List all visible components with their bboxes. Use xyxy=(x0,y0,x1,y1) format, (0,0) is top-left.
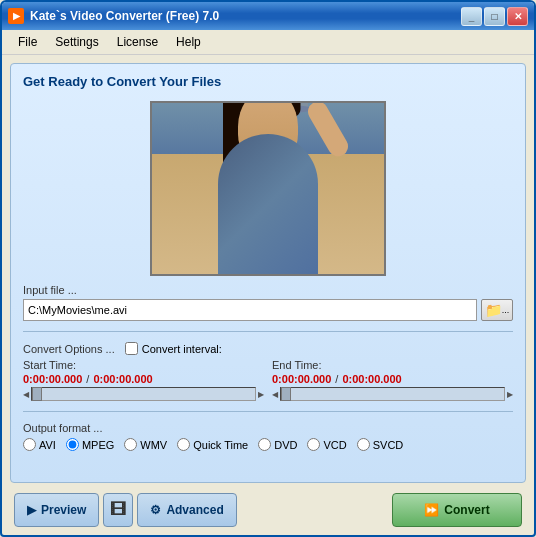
forward-icon: ⏩ xyxy=(424,503,439,517)
time-controls: Start Time: 0:00:00.000 / 0:00:00.000 ◀ … xyxy=(23,359,513,401)
filmstrip-button[interactable]: 🎞 xyxy=(103,493,133,527)
menu-file[interactable]: File xyxy=(10,33,45,51)
format-vcd-text: VCD xyxy=(323,439,346,451)
format-wmv-label[interactable]: WMV xyxy=(124,438,167,451)
start-time-separator: / xyxy=(86,373,89,385)
start-time-label: Start Time: xyxy=(23,359,264,371)
ellipsis: ... xyxy=(502,305,510,315)
main-window: ▶ Kate`s Video Converter (Free) 7.0 _ □ … xyxy=(0,0,536,537)
start-time-slider-row: ◀ ▶ xyxy=(23,387,264,401)
end-time-group: End Time: 0:00:00.000 / 0:00:00.000 ◀ ▶ xyxy=(272,359,513,401)
format-avi-label[interactable]: AVI xyxy=(23,438,56,451)
menu-bar: File Settings License Help xyxy=(2,30,534,55)
format-svcd-label[interactable]: SVCD xyxy=(357,438,404,451)
maximize-button[interactable]: □ xyxy=(484,7,505,26)
start-time-slider[interactable] xyxy=(31,387,256,401)
end-time-label: End Time: xyxy=(272,359,513,371)
window-title: Kate`s Video Converter (Free) 7.0 xyxy=(30,9,219,23)
browse-button[interactable]: 📁 ... xyxy=(481,299,513,321)
filmstrip-icon: 🎞 xyxy=(110,501,126,519)
format-wmv-text: WMV xyxy=(140,439,167,451)
format-mpeg-label[interactable]: MPEG xyxy=(66,438,114,451)
format-options: AVI MPEG WMV Quick Time xyxy=(23,438,513,451)
settings-icon: ⚙ xyxy=(150,503,161,517)
end-slider-right-arrow[interactable]: ▶ xyxy=(507,390,513,399)
convert-interval-label[interactable]: Convert interval: xyxy=(125,342,222,355)
format-svcd-radio[interactable] xyxy=(357,438,370,451)
menu-settings[interactable]: Settings xyxy=(47,33,106,51)
format-avi-text: AVI xyxy=(39,439,56,451)
output-format-section: Output format ... AVI MPEG WMV xyxy=(23,422,513,451)
start-time-value2: 0:00:00.000 xyxy=(93,373,152,385)
input-file-row: 📁 ... xyxy=(23,299,513,321)
menu-license[interactable]: License xyxy=(109,33,166,51)
start-slider-right-arrow[interactable]: ▶ xyxy=(258,390,264,399)
convert-options-section: Convert Options ... Convert interval: St… xyxy=(23,342,513,401)
input-file-section: Input file ... 📁 ... xyxy=(23,284,513,321)
output-format-label: Output format ... xyxy=(23,422,513,434)
title-bar-buttons: _ □ ✕ xyxy=(461,7,528,26)
advanced-label: Advanced xyxy=(166,503,223,517)
format-dvd-radio[interactable] xyxy=(258,438,271,451)
panel-title: Get Ready to Convert Your Files xyxy=(23,74,513,89)
folder-icon: 📁 xyxy=(485,302,502,318)
format-mpeg-text: MPEG xyxy=(82,439,114,451)
end-time-value2: 0:00:00.000 xyxy=(342,373,401,385)
format-quicktime-text: Quick Time xyxy=(193,439,248,451)
start-time-group: Start Time: 0:00:00.000 / 0:00:00.000 ◀ … xyxy=(23,359,264,401)
convert-options-header: Convert Options ... Convert interval: xyxy=(23,342,513,355)
convert-label: Convert xyxy=(444,503,489,517)
start-slider-left-arrow[interactable]: ◀ xyxy=(23,390,29,399)
end-time-slider[interactable] xyxy=(280,387,505,401)
format-avi-radio[interactable] xyxy=(23,438,36,451)
left-buttons: ▶ Preview 🎞 ⚙ Advanced xyxy=(14,493,237,527)
start-time-values: 0:00:00.000 / 0:00:00.000 xyxy=(23,373,264,385)
end-slider-left-arrow[interactable]: ◀ xyxy=(272,390,278,399)
file-path-input[interactable] xyxy=(23,299,477,321)
end-time-separator: / xyxy=(335,373,338,385)
format-dvd-text: DVD xyxy=(274,439,297,451)
format-dvd-label[interactable]: DVD xyxy=(258,438,297,451)
format-wmv-radio[interactable] xyxy=(124,438,137,451)
end-time-value1: 0:00:00.000 xyxy=(272,373,331,385)
title-bar: ▶ Kate`s Video Converter (Free) 7.0 _ □ … xyxy=(2,2,534,30)
end-time-values: 0:00:00.000 / 0:00:00.000 xyxy=(272,373,513,385)
convert-interval-text: Convert interval: xyxy=(142,343,222,355)
divider-1 xyxy=(23,331,513,332)
convert-options-label: Convert Options ... xyxy=(23,343,115,355)
main-content: Get Ready to Convert Your Files Input fi… xyxy=(2,55,534,535)
advanced-button[interactable]: ⚙ Advanced xyxy=(137,493,236,527)
preview-button[interactable]: ▶ Preview xyxy=(14,493,99,527)
minimize-button[interactable]: _ xyxy=(461,7,482,26)
end-time-slider-row: ◀ ▶ xyxy=(272,387,513,401)
menu-help[interactable]: Help xyxy=(168,33,209,51)
close-button[interactable]: ✕ xyxy=(507,7,528,26)
play-icon: ▶ xyxy=(27,503,36,517)
convert-button[interactable]: ⏩ Convert xyxy=(392,493,522,527)
input-file-label: Input file ... xyxy=(23,284,513,296)
content-panel: Get Ready to Convert Your Files Input fi… xyxy=(10,63,526,483)
portrait-body xyxy=(218,134,318,274)
bottom-buttons: ▶ Preview 🎞 ⚙ Advanced ⏩ Convert xyxy=(10,489,526,527)
format-vcd-radio[interactable] xyxy=(307,438,320,451)
format-quicktime-label[interactable]: Quick Time xyxy=(177,438,248,451)
start-time-value1: 0:00:00.000 xyxy=(23,373,82,385)
convert-interval-checkbox[interactable] xyxy=(125,342,138,355)
title-bar-left: ▶ Kate`s Video Converter (Free) 7.0 xyxy=(8,8,219,24)
format-mpeg-radio[interactable] xyxy=(66,438,79,451)
video-preview xyxy=(150,101,386,276)
divider-2 xyxy=(23,411,513,412)
format-quicktime-radio[interactable] xyxy=(177,438,190,451)
format-vcd-label[interactable]: VCD xyxy=(307,438,346,451)
preview-label: Preview xyxy=(41,503,86,517)
app-icon: ▶ xyxy=(8,8,24,24)
format-svcd-text: SVCD xyxy=(373,439,404,451)
